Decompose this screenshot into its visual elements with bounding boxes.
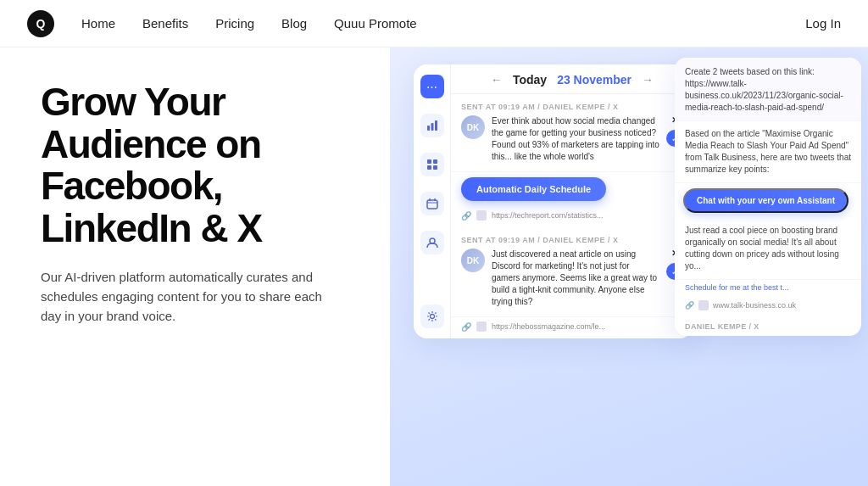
post-1-link[interactable]: https://techreport.com/statistics... <box>492 211 604 220</box>
dashboard-card: ⋯ <box>414 64 693 338</box>
dashboard-main: ← Today 23 November → SENT AT 09:19 AM /… <box>451 64 693 338</box>
post-1-link-row: 🔗 https://techreport.com/statistics... <box>451 206 693 227</box>
avatar-2: DK <box>461 249 485 272</box>
assistant-link-url[interactable]: www.talk-business.co.uk <box>713 301 796 310</box>
date-value: 23 November <box>557 73 632 87</box>
post-2-text: Just discovered a neat article on using … <box>492 249 659 308</box>
post-1-meta: SENT AT 09:19 AM / DANIEL KEMPE / X <box>461 103 683 111</box>
ai-response-text: Based on the article "Maximise Organic M… <box>675 121 861 183</box>
svg-point-11 <box>430 238 435 243</box>
ai-prompt-text: Create 2 tweets based on this link: http… <box>675 58 861 121</box>
link-icon-2: 🔗 <box>461 322 471 332</box>
chat-assistant-button[interactable]: Chat with your very own Assistant <box>683 188 849 213</box>
hero-subtitle: Our AI-driven platform automatically cur… <box>41 267 346 327</box>
favicon-2 <box>476 321 487 332</box>
svg-rect-7 <box>427 200 437 209</box>
dashboard-sidebar: ⋯ <box>414 64 451 338</box>
sidebar-icon-dots[interactable]: ⋯ <box>420 75 444 98</box>
sidebar-icon-calendar[interactable] <box>420 192 444 215</box>
svg-point-12 <box>430 315 434 319</box>
post-2-link[interactable]: https://thebossmagazine.com/le... <box>492 322 605 331</box>
post-item-1: SENT AT 09:19 AM / DANIEL KEMPE / X DK E… <box>451 94 693 172</box>
sidebar-icon-settings[interactable] <box>420 304 444 328</box>
schedule-link[interactable]: Schedule for me at the best t... <box>675 280 861 297</box>
hero-section: Grow Your Audience on Facebook, LinkedIn… <box>0 47 390 486</box>
svg-rect-6 <box>433 165 437 170</box>
avatar-1: DK <box>461 115 485 139</box>
assistant-post-text: Just read a cool piece on boosting brand… <box>675 218 861 280</box>
svg-rect-5 <box>427 165 431 170</box>
date-today-label: Today <box>513 73 547 87</box>
next-day-arrow[interactable]: → <box>642 73 654 87</box>
sidebar-icon-chart[interactable] <box>420 114 444 137</box>
svg-rect-3 <box>427 159 431 164</box>
assistant-link-row: 🔗 www.talk-business.co.uk <box>675 297 861 317</box>
svg-rect-4 <box>433 159 437 164</box>
prev-day-arrow[interactable]: ← <box>491 73 503 87</box>
nav-home[interactable]: Home <box>81 16 115 31</box>
sidebar-icon-grid[interactable] <box>420 153 444 176</box>
assistant-footer-meta: DANIEL KEMPE / X <box>675 317 861 336</box>
login-button[interactable]: Log In <box>805 16 841 31</box>
nav-links: Home Benefits Pricing Blog Quuu Promote <box>81 16 805 31</box>
logo[interactable]: Q <box>27 10 54 37</box>
assistant-card: Create 2 tweets based on this link: http… <box>675 58 861 336</box>
nav-blog[interactable]: Blog <box>281 16 307 31</box>
post-item-2: SENT AT 09:19 AM / DANIEL KEMPE / X DK J… <box>451 227 693 317</box>
link-icon-3: 🔗 <box>685 301 694 310</box>
assist-favicon <box>698 300 709 310</box>
date-header: ← Today 23 November → <box>451 64 693 94</box>
navigation: Q Home Benefits Pricing Blog Quuu Promot… <box>0 0 868 47</box>
post-2-meta: SENT AT 09:19 AM / DANIEL KEMPE / X <box>461 236 683 244</box>
hero-title: Grow Your Audience on Facebook, LinkedIn… <box>41 81 356 250</box>
post-1-text: Ever think about how social media change… <box>492 115 659 163</box>
post-2-link-row: 🔗 https://thebossmagazine.com/le... <box>451 317 693 338</box>
sidebar-icon-person[interactable] <box>420 231 444 254</box>
link-icon-1: 🔗 <box>461 211 471 221</box>
nav-benefits[interactable]: Benefits <box>142 16 188 31</box>
ui-mockup: ⋯ <box>390 47 868 486</box>
favicon-1 <box>476 210 487 221</box>
nav-quuu-promote[interactable]: Quuu Promote <box>334 16 417 31</box>
svg-rect-2 <box>435 120 437 131</box>
main-content: Grow Your Audience on Facebook, LinkedIn… <box>0 47 868 486</box>
nav-pricing[interactable]: Pricing <box>215 16 254 31</box>
svg-rect-1 <box>431 123 433 131</box>
auto-schedule-button[interactable]: Automatic Daily Schedule <box>461 177 606 201</box>
svg-rect-0 <box>427 126 430 131</box>
